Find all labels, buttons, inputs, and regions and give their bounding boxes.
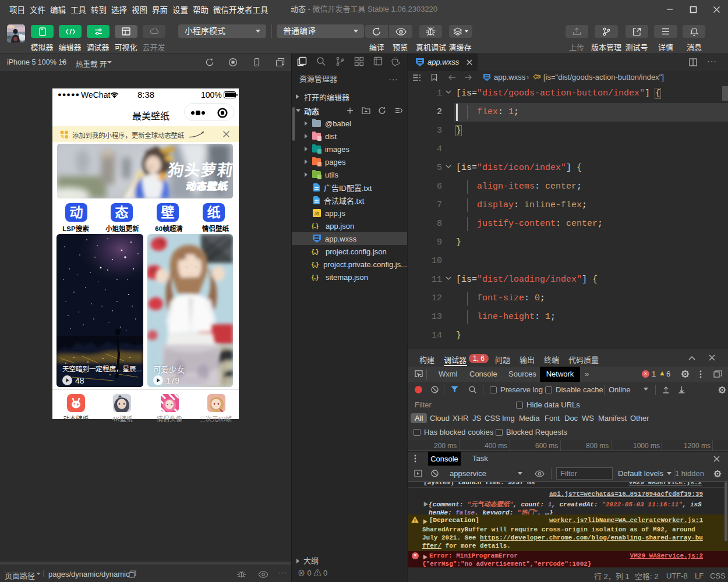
- svg-text:动态壁纸: 动态壁纸: [185, 180, 229, 192]
- svg-text:狗头萝莉: 狗头萝莉: [167, 161, 233, 179]
